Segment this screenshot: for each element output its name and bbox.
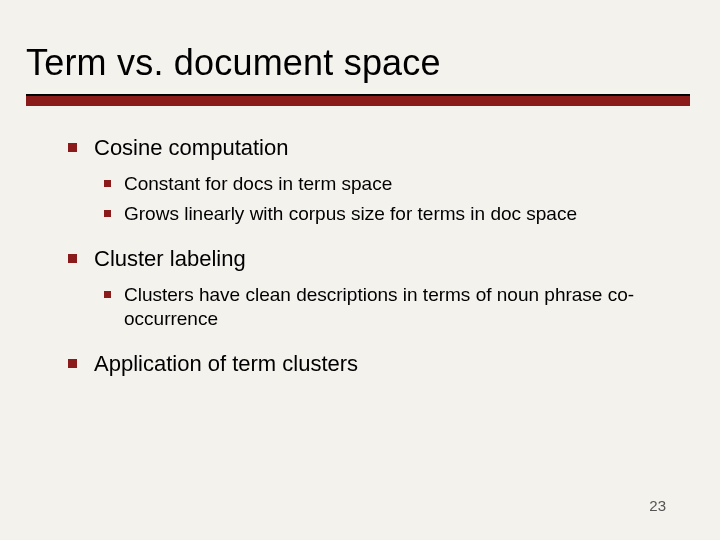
content-area: Cosine computation Constant for docs in … [0,106,720,378]
bullet-text: Application of term clusters [94,351,358,376]
sub-bullet-item: Grows linearly with corpus size for term… [94,202,660,226]
bullet-item: Application of term clusters [60,350,660,378]
sub-bullet-text: Grows linearly with corpus size for term… [124,203,577,224]
sub-bullet-list: Constant for docs in term space Grows li… [94,172,660,227]
bullet-text: Cosine computation [94,135,288,160]
title-block: Term vs. document space [0,0,720,84]
bullet-list: Cosine computation Constant for docs in … [60,134,660,378]
sub-bullet-list: Clusters have clean descriptions in term… [94,283,660,332]
bullet-item: Cluster labeling Clusters have clean des… [60,245,660,332]
sub-bullet-item: Constant for docs in term space [94,172,660,196]
bullet-item: Cosine computation Constant for docs in … [60,134,660,227]
slide-title: Term vs. document space [26,42,720,84]
sub-bullet-text: Clusters have clean descriptions in term… [124,284,634,329]
slide: Term vs. document space Cosine computati… [0,0,720,540]
bullet-text: Cluster labeling [94,246,246,271]
title-underline [26,94,690,106]
page-number: 23 [649,497,666,514]
sub-bullet-item: Clusters have clean descriptions in term… [94,283,660,332]
sub-bullet-text: Constant for docs in term space [124,173,392,194]
